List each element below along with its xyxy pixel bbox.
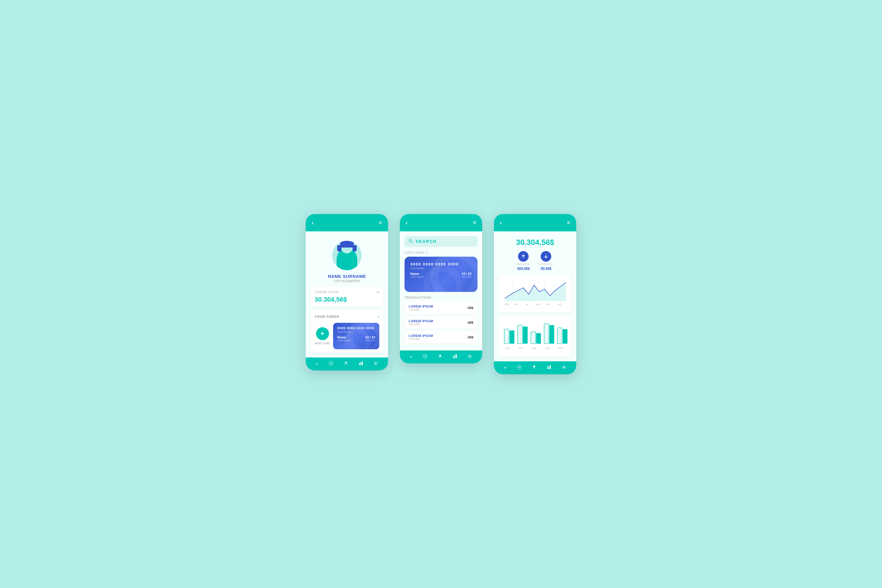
big-balance: 30.304,56$ bbox=[499, 238, 572, 247]
footer-chart-2[interactable] bbox=[453, 354, 458, 360]
transaction-info-3: LOREM IPSUM TAGLINE bbox=[409, 334, 433, 340]
footer-gear-2[interactable] bbox=[468, 354, 472, 360]
transaction-item-3[interactable]: LOREM IPSUM TAGLINE -50$ bbox=[405, 331, 477, 344]
card-expiry-1: 10 / 22 Text here bbox=[365, 336, 375, 342]
footer-plus-1[interactable]: + bbox=[315, 362, 318, 367]
transaction-item-1[interactable]: LOREM IPSUM TAGLINE -50$ bbox=[405, 302, 477, 314]
footer-gear-1[interactable] bbox=[374, 361, 378, 367]
header-analytics: ‹ ≡ bbox=[494, 214, 576, 231]
card-holder-name-2: Name bbox=[410, 272, 424, 276]
avatar-body bbox=[337, 248, 357, 270]
footer-shield-2[interactable] bbox=[423, 354, 428, 360]
svg-rect-2 bbox=[360, 363, 362, 365]
transaction-amount-3: -50$ bbox=[467, 336, 473, 339]
new-card-label: NEW CARD bbox=[315, 342, 330, 345]
footer-3: + bbox=[494, 362, 576, 374]
svg-rect-29 bbox=[544, 324, 549, 344]
svg-point-7 bbox=[439, 355, 441, 356]
svg-text:JUL: JUL bbox=[525, 303, 529, 305]
screen-cards: ‹ ≡ SEARCH CARD NAME 1 0000 0000 0000 00… bbox=[400, 214, 482, 363]
svg-text:AUG: AUG bbox=[557, 303, 561, 305]
avatar-hair-top bbox=[340, 241, 354, 248]
spending-stat: SPENDING 50,56$ bbox=[538, 251, 553, 271]
back-button-3[interactable]: ‹ bbox=[500, 219, 502, 226]
credit-card-large: 0000 0000 0000 0000 Card Number Name Lor… bbox=[405, 256, 477, 292]
svg-point-42 bbox=[563, 366, 565, 368]
svg-rect-9 bbox=[454, 356, 455, 358]
svg-text:2020: 2020 bbox=[558, 347, 563, 349]
transactions-section: TRANSACTIONS LOREM IPSUM TAGLINE -50$ LO… bbox=[405, 296, 477, 344]
card-name-label: CARD NAME 1 bbox=[405, 251, 477, 254]
balance-card: LOREM IPSUM ≡ 30.304,56$ bbox=[310, 286, 383, 307]
svg-point-0 bbox=[345, 362, 347, 363]
transaction-info-2: LOREM IPSUM TAGLINE bbox=[409, 319, 433, 326]
svg-text:2016: 2016 bbox=[506, 347, 510, 349]
spending-value: 50,56$ bbox=[541, 267, 552, 271]
transaction-item-2[interactable]: LOREM IPSUM TAGLINE -50$ bbox=[405, 316, 477, 329]
transaction-name-1: LOREM IPSUM bbox=[409, 304, 433, 308]
svg-point-38 bbox=[533, 366, 535, 367]
footer-shield-1[interactable] bbox=[329, 361, 333, 367]
footer-1: + bbox=[306, 357, 388, 370]
svg-rect-39 bbox=[547, 367, 548, 369]
svg-rect-31 bbox=[557, 327, 562, 344]
svg-text:2018: 2018 bbox=[532, 347, 536, 349]
bar-chart-section: 2016 2017 2018 2019 2020 bbox=[499, 316, 572, 357]
transaction-amount-2: -50$ bbox=[467, 321, 473, 324]
spending-label: SPENDING bbox=[538, 263, 553, 266]
cards-section-arrow[interactable]: › bbox=[378, 314, 379, 319]
footer-plus-3[interactable]: + bbox=[504, 365, 506, 370]
footer-shield-3[interactable] bbox=[517, 365, 522, 371]
cards-row: + NEW CARD 0000 0000 0000 0000 Card Numb… bbox=[315, 323, 379, 349]
svg-rect-1 bbox=[359, 363, 360, 365]
svg-rect-28 bbox=[536, 333, 541, 344]
back-button-2[interactable]: ‹ bbox=[406, 219, 408, 226]
svg-point-11 bbox=[469, 356, 471, 357]
body-analytics: 30.304,56$ INCOMES 300,56$ SPENDING 50,5… bbox=[494, 231, 576, 362]
menu-button-2[interactable]: ≡ bbox=[473, 219, 476, 226]
svg-rect-8 bbox=[453, 356, 454, 358]
card-expiry-label-1: Text here bbox=[365, 339, 375, 342]
spending-icon-circle bbox=[541, 251, 551, 262]
footer-chart-3[interactable] bbox=[547, 365, 552, 371]
back-button-1[interactable]: ‹ bbox=[312, 219, 314, 226]
svg-text:APR: APR bbox=[505, 303, 508, 305]
menu-button-1[interactable]: ≡ bbox=[379, 219, 382, 226]
footer-chart-1[interactable] bbox=[358, 361, 363, 367]
svg-rect-3 bbox=[362, 362, 363, 365]
incomes-label: INCOMES bbox=[517, 263, 530, 266]
svg-rect-32 bbox=[563, 329, 567, 344]
credit-card-1: 0000 0000 0000 0000 Card Number Name Lor… bbox=[333, 323, 379, 349]
card-expiry-2: 10 / 22 Text here bbox=[462, 272, 472, 278]
svg-point-5 bbox=[409, 239, 412, 242]
transaction-tagline-1: TAGLINE bbox=[409, 308, 433, 311]
footer-user-1[interactable] bbox=[344, 361, 348, 367]
svg-rect-41 bbox=[550, 366, 551, 369]
new-card-button[interactable]: + NEW CARD bbox=[315, 327, 330, 345]
search-bar[interactable]: SEARCH bbox=[405, 236, 477, 247]
transaction-amount-1: -50$ bbox=[467, 306, 473, 310]
footer-user-2[interactable] bbox=[438, 354, 442, 360]
svg-line-6 bbox=[411, 242, 413, 243]
svg-text:2017: 2017 bbox=[519, 347, 523, 349]
user-location: CITY (COUNTRY) bbox=[334, 279, 360, 283]
transaction-tagline-2: TAGLINE bbox=[409, 323, 433, 326]
card-holder-name-1: Name bbox=[337, 336, 351, 339]
card-holder-label-1: Lorem Ipsum bbox=[337, 339, 351, 342]
svg-rect-25 bbox=[518, 325, 522, 344]
body-profile: NAME SURNAME CITY (COUNTRY) LOREM IPSUM … bbox=[306, 231, 388, 357]
card-number-1: 0000 0000 0000 0000 bbox=[337, 326, 375, 330]
svg-text:SEP: SEP bbox=[547, 303, 550, 305]
footer-gear-3[interactable] bbox=[561, 365, 566, 371]
svg-text:2019: 2019 bbox=[545, 347, 549, 349]
card-bottom-2: Name Lorem Ipsum 10 / 22 Text here bbox=[410, 272, 472, 278]
footer-plus-2[interactable]: + bbox=[410, 354, 412, 360]
svg-point-4 bbox=[375, 363, 376, 364]
card-number-label-2: Card Number bbox=[410, 267, 472, 270]
svg-rect-26 bbox=[523, 326, 527, 344]
menu-button-3[interactable]: ≡ bbox=[567, 219, 570, 226]
svg-rect-27 bbox=[531, 332, 536, 344]
footer-user-3[interactable] bbox=[532, 365, 537, 371]
header-profile: ‹ ≡ bbox=[306, 214, 388, 231]
card-holder-2: Name Lorem Ipsum bbox=[410, 272, 424, 278]
